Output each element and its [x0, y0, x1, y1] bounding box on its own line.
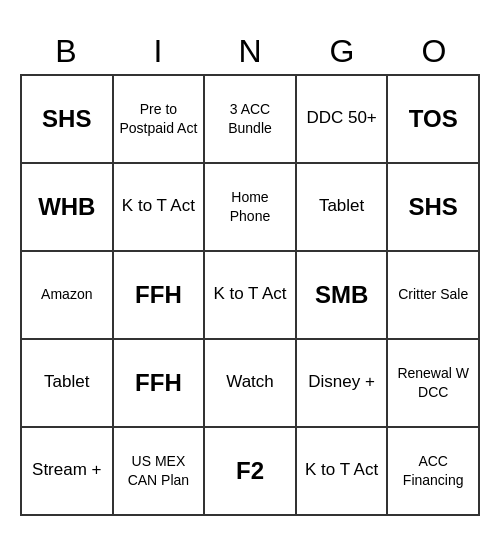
bingo-cell: SHS	[388, 164, 480, 252]
bingo-cell: K to T Act	[114, 164, 206, 252]
bingo-cell: TOS	[388, 76, 480, 164]
bingo-cell: Stream +	[22, 428, 114, 516]
header-letter: I	[112, 29, 204, 74]
bingo-cell: Pre to Postpaid Act	[114, 76, 206, 164]
bingo-cell: Tablet	[297, 164, 389, 252]
header-letter: N	[204, 29, 296, 74]
bingo-cell: WHB	[22, 164, 114, 252]
bingo-cell: Disney +	[297, 340, 389, 428]
bingo-grid: SHSPre to Postpaid Act3 ACC BundleDDC 50…	[20, 74, 480, 516]
bingo-cell: K to T Act	[297, 428, 389, 516]
bingo-cell: ACC Financing	[388, 428, 480, 516]
bingo-cell: Renewal W DCC	[388, 340, 480, 428]
bingo-cell: Tablet	[22, 340, 114, 428]
header-letter: B	[20, 29, 112, 74]
bingo-cell: Watch	[205, 340, 297, 428]
bingo-cell: Critter Sale	[388, 252, 480, 340]
bingo-cell: SHS	[22, 76, 114, 164]
bingo-cell: Amazon	[22, 252, 114, 340]
bingo-cell: SMB	[297, 252, 389, 340]
bingo-card: BINGO SHSPre to Postpaid Act3 ACC Bundle…	[20, 29, 480, 516]
bingo-cell: F2	[205, 428, 297, 516]
header-letter: G	[296, 29, 388, 74]
bingo-cell: US MEX CAN Plan	[114, 428, 206, 516]
bingo-cell: 3 ACC Bundle	[205, 76, 297, 164]
header-letter: O	[388, 29, 480, 74]
bingo-cell: K to T Act	[205, 252, 297, 340]
bingo-cell: FFH	[114, 340, 206, 428]
bingo-cell: Home Phone	[205, 164, 297, 252]
bingo-cell: FFH	[114, 252, 206, 340]
bingo-cell: DDC 50+	[297, 76, 389, 164]
bingo-header: BINGO	[20, 29, 480, 74]
